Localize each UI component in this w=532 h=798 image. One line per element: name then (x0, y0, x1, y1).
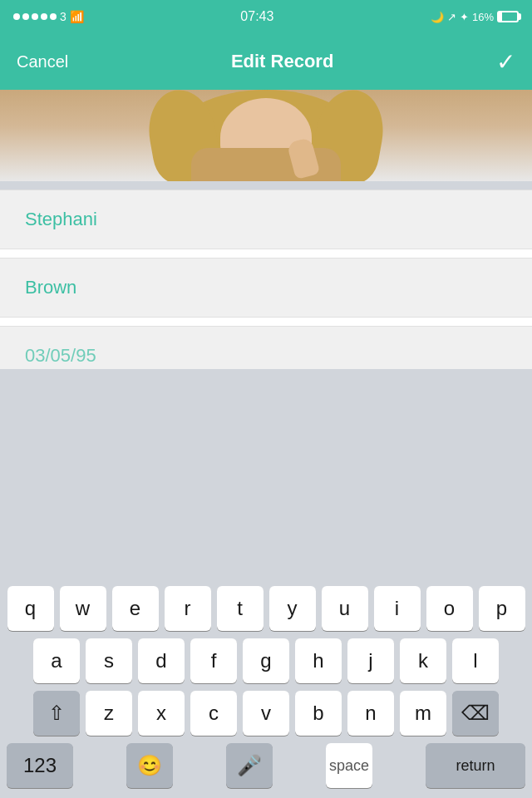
home-indicator (3, 793, 529, 798)
key-y[interactable]: y (269, 586, 316, 631)
key-h[interactable]: h (295, 638, 342, 683)
carrier-label: 3 (60, 10, 66, 23)
firstname-value: Stephani (25, 209, 97, 229)
keyboard-bottom-row: 123 😊 🎤 space return (3, 743, 529, 793)
lastname-field-row[interactable]: Brown (0, 258, 532, 318)
key-j[interactable]: j (347, 638, 394, 683)
key-c[interactable]: c (190, 691, 237, 736)
date-value: 03/05/95 (25, 345, 96, 366)
key-x[interactable]: x (138, 691, 185, 736)
form-section: Stephani Brown 03/05/95 (0, 190, 532, 369)
shift-key[interactable]: ⇧ (33, 691, 80, 736)
key-b[interactable]: b (295, 691, 342, 736)
space-key[interactable]: space (326, 743, 372, 788)
status-right: 🌙 ↗ ✦ 16% (431, 11, 519, 23)
key-z[interactable]: z (86, 691, 132, 736)
dot3 (32, 13, 38, 20)
confirm-button[interactable]: ✓ (496, 48, 515, 76)
page-title: Edit Record (231, 51, 333, 72)
key-v[interactable]: v (243, 691, 289, 736)
firstname-field-row[interactable]: Stephani (0, 190, 532, 249)
dot1 (13, 13, 20, 20)
dot5 (50, 13, 57, 20)
moon-icon: 🌙 (431, 11, 444, 23)
key-l[interactable]: l (452, 638, 499, 683)
key-o[interactable]: o (426, 586, 473, 631)
bluetooth-icon: ✦ (460, 11, 469, 23)
person-image (0, 90, 532, 181)
key-a[interactable]: a (33, 638, 80, 683)
battery-label: 16% (472, 11, 494, 23)
return-key[interactable]: return (426, 743, 525, 788)
key-d[interactable]: d (138, 638, 185, 683)
key-i[interactable]: i (374, 586, 421, 631)
delete-key[interactable]: ⌫ (452, 691, 499, 736)
numbers-key[interactable]: 123 (7, 743, 73, 788)
mic-key[interactable]: 🎤 (226, 743, 273, 788)
nav-bar: Cancel Edit Record ✓ (0, 33, 532, 90)
key-r[interactable]: r (165, 586, 211, 631)
keyboard-row-2: a s d f g h j k l (3, 638, 529, 683)
battery-icon (497, 11, 519, 22)
dot2 (22, 13, 29, 20)
keyboard-row-1: q w e r t y u i o p (3, 586, 529, 631)
key-e[interactable]: e (112, 586, 159, 631)
key-g[interactable]: g (243, 638, 289, 683)
key-w[interactable]: w (60, 586, 106, 631)
location-icon: ↗ (447, 11, 456, 23)
wifi-icon: 📶 (70, 10, 84, 23)
key-k[interactable]: k (400, 638, 446, 683)
body-layer (191, 148, 341, 181)
key-u[interactable]: u (322, 586, 368, 631)
key-p[interactable]: p (479, 586, 525, 631)
profile-photo[interactable] (0, 90, 532, 181)
keyboard-row-3: ⇧ z x c v b n m ⌫ (3, 691, 529, 736)
emoji-key[interactable]: 😊 (126, 743, 173, 788)
cancel-button[interactable]: Cancel (17, 52, 68, 71)
key-n[interactable]: n (347, 691, 394, 736)
key-f[interactable]: f (190, 638, 237, 683)
key-q[interactable]: q (7, 586, 54, 631)
status-left: 3 📶 (13, 10, 84, 23)
status-time: 07:43 (240, 9, 273, 24)
key-t[interactable]: t (217, 586, 264, 631)
key-m[interactable]: m (400, 691, 446, 736)
date-field-row[interactable]: 03/05/95 (0, 326, 532, 369)
lastname-value: Brown (25, 277, 76, 298)
keyboard: q w e r t y u i o p a s d f g h j k l ⇧ … (0, 578, 532, 798)
status-bar: 3 📶 07:43 🌙 ↗ ✦ 16% (0, 0, 532, 33)
signal-dots (13, 13, 57, 20)
dot4 (41, 13, 47, 20)
key-s[interactable]: s (86, 638, 132, 683)
